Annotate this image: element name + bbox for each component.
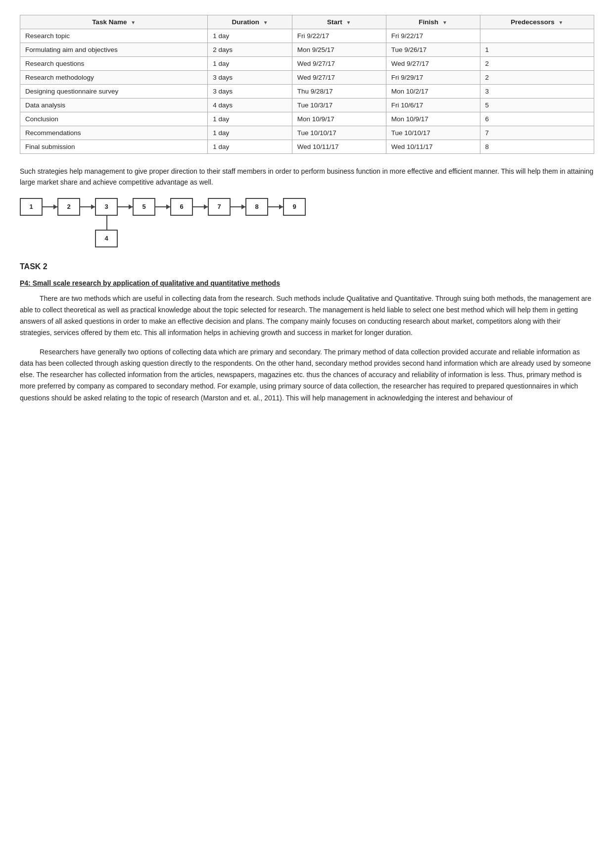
cell-duration-1: 2 days — [208, 43, 292, 57]
cell-task-4: Designing questionnaire survey — [20, 85, 208, 98]
cell-start-2: Wed 9/27/17 — [292, 57, 386, 71]
table-row: Research questions1 dayWed 9/27/17Wed 9/… — [20, 57, 594, 71]
col-header-start[interactable]: Start ▼ — [292, 15, 386, 29]
cell-duration-5: 4 days — [208, 98, 292, 112]
table-row: Data analysis4 daysTue 10/3/17Fri 10/6/1… — [20, 98, 594, 112]
strategy-paragraph: Such strategies help management to give … — [20, 166, 594, 188]
col-header-duration[interactable]: Duration ▼ — [208, 15, 292, 29]
finish-sort-icon[interactable]: ▼ — [442, 20, 447, 25]
task2-section: TASK 2 P4: Small scale research by appli… — [20, 262, 594, 404]
cell-pred-2: 2 — [480, 57, 594, 71]
table-row: Conclusion1 dayMon 10/9/17Mon 10/9/176 — [20, 112, 594, 126]
cell-task-2: Research questions — [20, 57, 208, 71]
cell-finish-5: Fri 10/6/17 — [386, 98, 480, 112]
cell-task-8: Final submission — [20, 140, 208, 154]
flowchart-row2: 4 — [95, 230, 118, 247]
cell-start-3: Wed 9/27/17 — [292, 71, 386, 85]
cell-pred-4: 3 — [480, 85, 594, 98]
start-sort-icon[interactable]: ▼ — [346, 20, 351, 25]
cell-task-6: Conclusion — [20, 112, 208, 126]
flow-arrow-4 — [155, 206, 170, 207]
taskname-sort-icon[interactable]: ▼ — [131, 20, 136, 25]
gantt-table: Task Name ▼ Duration ▼ Start ▼ Finish ▼ … — [20, 15, 594, 154]
cell-duration-4: 3 days — [208, 85, 292, 98]
taskname-label: Task Name — [92, 18, 127, 26]
cell-duration-2: 1 day — [208, 57, 292, 71]
flowchart-node-5: 5 — [133, 198, 155, 216]
flow-arrow-2 — [80, 206, 95, 207]
cell-pred-5: 5 — [480, 98, 594, 112]
cell-pred-7: 7 — [480, 126, 594, 140]
col-header-predecessors[interactable]: Predecessors ▼ — [480, 15, 594, 29]
flowchart-node-1: 1 — [20, 198, 43, 216]
cell-start-6: Mon 10/9/17 — [292, 112, 386, 126]
cell-task-5: Data analysis — [20, 98, 208, 112]
cell-duration-3: 3 days — [208, 71, 292, 85]
cell-pred-8: 8 — [480, 140, 594, 154]
cell-duration-8: 1 day — [208, 140, 292, 154]
flowchart-node-6: 6 — [170, 198, 193, 216]
cell-start-1: Mon 9/25/17 — [292, 43, 386, 57]
flowchart-node-4: 4 — [95, 230, 118, 247]
cell-finish-4: Mon 10/2/17 — [386, 85, 480, 98]
flow-arrow-3 — [118, 206, 133, 207]
cell-start-8: Wed 10/11/17 — [292, 140, 386, 154]
duration-sort-icon[interactable]: ▼ — [263, 20, 268, 25]
cell-pred-6: 6 — [480, 112, 594, 126]
flowchart-node-3: 3 — [95, 198, 118, 216]
cell-task-7: Recommendations — [20, 126, 208, 140]
flow-arrow-1 — [43, 206, 57, 207]
task2-subheading: P4: Small scale research by application … — [20, 279, 594, 287]
cell-duration-0: 1 day — [208, 29, 292, 43]
cell-pred-1: 1 — [480, 43, 594, 57]
cell-finish-2: Wed 9/27/17 — [386, 57, 480, 71]
task2-para2: Researchers have generally two options o… — [20, 346, 594, 403]
task2-para1: There are two methods which are useful i… — [20, 293, 594, 338]
task2-heading: TASK 2 — [20, 262, 594, 271]
cell-start-0: Fri 9/22/17 — [292, 29, 386, 43]
col-header-finish[interactable]: Finish ▼ — [386, 15, 480, 29]
table-row: Recommendations1 dayTue 10/10/17Tue 10/1… — [20, 126, 594, 140]
table-row: Research methodology3 daysWed 9/27/17Fri… — [20, 71, 594, 85]
cell-task-3: Research methodology — [20, 71, 208, 85]
table-row: Designing questionnaire survey3 daysThu … — [20, 85, 594, 98]
flowchart-vdrop — [106, 216, 107, 230]
col-header-taskname[interactable]: Task Name ▼ — [20, 15, 208, 29]
flow-arrow-7 — [268, 206, 283, 207]
predecessors-sort-icon[interactable]: ▼ — [558, 20, 563, 25]
flowchart: 12356789 4 — [20, 198, 594, 247]
cell-task-1: Formulating aim and objectives — [20, 43, 208, 57]
cell-duration-6: 1 day — [208, 112, 292, 126]
flowchart-node-7: 7 — [208, 198, 231, 216]
table-row: Final submission1 dayWed 10/11/17Wed 10/… — [20, 140, 594, 154]
cell-start-4: Thu 9/28/17 — [292, 85, 386, 98]
cell-finish-1: Tue 9/26/17 — [386, 43, 480, 57]
cell-finish-7: Tue 10/10/17 — [386, 126, 480, 140]
table-row: Research topic1 dayFri 9/22/17Fri 9/22/1… — [20, 29, 594, 43]
cell-finish-6: Mon 10/9/17 — [386, 112, 480, 126]
flowchart-node-9: 9 — [283, 198, 306, 216]
flowchart-node-8: 8 — [245, 198, 268, 216]
flow-arrow-5 — [193, 206, 208, 207]
cell-pred-3: 2 — [480, 71, 594, 85]
duration-label: Duration — [232, 18, 259, 26]
cell-finish-8: Wed 10/11/17 — [386, 140, 480, 154]
cell-duration-7: 1 day — [208, 126, 292, 140]
cell-task-0: Research topic — [20, 29, 208, 43]
cell-finish-3: Fri 9/29/17 — [386, 71, 480, 85]
flow-arrow-6 — [231, 206, 245, 207]
predecessors-label: Predecessors — [511, 18, 555, 26]
finish-label: Finish — [419, 18, 438, 26]
flowchart-node-2: 2 — [57, 198, 80, 216]
cell-pred-0 — [480, 29, 594, 43]
start-label: Start — [327, 18, 342, 26]
flowchart-row1: 12356789 — [20, 198, 306, 216]
cell-finish-0: Fri 9/22/17 — [386, 29, 480, 43]
cell-start-7: Tue 10/10/17 — [292, 126, 386, 140]
cell-start-5: Tue 10/3/17 — [292, 98, 386, 112]
table-row: Formulating aim and objectives2 daysMon … — [20, 43, 594, 57]
